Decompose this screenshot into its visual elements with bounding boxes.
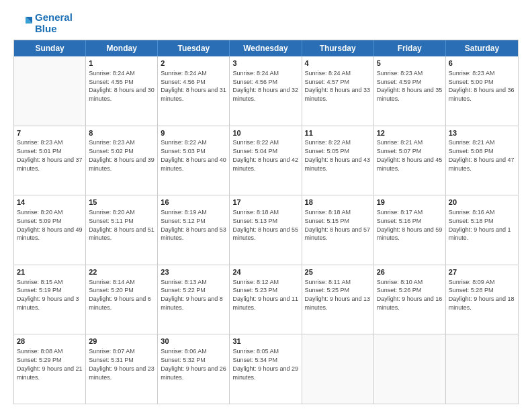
day-number: 22 <box>89 267 154 277</box>
calendar-cell: 31Sunrise: 8:05 AMSunset: 5:34 PMDayligh… <box>230 334 302 404</box>
logo-icon <box>13 14 32 33</box>
header-day: Tuesday <box>158 40 230 56</box>
calendar-cell <box>14 56 86 126</box>
calendar: SundayMondayTuesdayWednesdayThursdayFrid… <box>13 40 519 404</box>
calendar-cell: 2Sunrise: 8:24 AMSunset: 4:56 PMDaylight… <box>158 56 230 126</box>
cell-info: Sunrise: 8:23 AMSunset: 5:01 PMDaylight:… <box>17 139 83 171</box>
day-number: 10 <box>232 128 298 138</box>
header-day: Sunday <box>14 40 86 56</box>
calendar-cell: 21Sunrise: 8:15 AMSunset: 5:19 PMDayligh… <box>14 265 86 334</box>
calendar-cell: 7Sunrise: 8:23 AMSunset: 5:01 PMDaylight… <box>14 126 86 195</box>
day-number: 3 <box>232 58 298 68</box>
cell-info: Sunrise: 8:20 AMSunset: 5:09 PMDaylight:… <box>17 209 83 241</box>
calendar-cell: 16Sunrise: 8:19 AMSunset: 5:12 PMDayligh… <box>158 195 230 265</box>
day-number: 31 <box>232 336 298 347</box>
day-number: 24 <box>232 267 298 277</box>
day-number: 25 <box>305 267 371 277</box>
cell-info: Sunrise: 8:23 AMSunset: 5:00 PMDaylight:… <box>449 70 515 102</box>
calendar-cell <box>446 334 518 404</box>
day-number: 13 <box>449 128 515 138</box>
cell-info: Sunrise: 8:09 AMSunset: 5:28 PMDaylight:… <box>449 279 515 311</box>
day-number: 26 <box>377 267 443 277</box>
cell-info: Sunrise: 8:08 AMSunset: 5:29 PMDaylight:… <box>17 348 83 380</box>
calendar-cell: 1Sunrise: 8:24 AMSunset: 4:55 PMDaylight… <box>86 56 158 126</box>
calendar-cell: 27Sunrise: 8:09 AMSunset: 5:28 PMDayligh… <box>446 265 518 334</box>
header: General Blue <box>13 12 519 34</box>
day-number: 5 <box>377 58 443 68</box>
cell-info: Sunrise: 8:22 AMSunset: 5:05 PMDaylight:… <box>305 139 371 171</box>
day-number: 17 <box>232 197 298 208</box>
calendar-cell: 23Sunrise: 8:13 AMSunset: 5:22 PMDayligh… <box>158 265 230 334</box>
day-number: 20 <box>449 197 515 208</box>
day-number: 21 <box>17 267 83 277</box>
calendar-cell: 30Sunrise: 8:06 AMSunset: 5:32 PMDayligh… <box>158 334 230 404</box>
calendar-cell: 11Sunrise: 8:22 AMSunset: 5:05 PMDayligh… <box>302 126 374 195</box>
day-number: 9 <box>161 128 226 138</box>
calendar-week: 21Sunrise: 8:15 AMSunset: 5:19 PMDayligh… <box>14 265 518 335</box>
cell-info: Sunrise: 8:24 AMSunset: 4:55 PMDaylight:… <box>89 70 154 102</box>
calendar-cell: 20Sunrise: 8:16 AMSunset: 5:18 PMDayligh… <box>446 195 518 265</box>
calendar-cell: 25Sunrise: 8:11 AMSunset: 5:25 PMDayligh… <box>302 265 374 334</box>
day-number: 1 <box>89 58 154 68</box>
calendar-cell: 4Sunrise: 8:24 AMSunset: 4:57 PMDaylight… <box>302 56 374 126</box>
cell-info: Sunrise: 8:22 AMSunset: 5:04 PMDaylight:… <box>232 139 298 171</box>
day-number: 23 <box>161 267 226 277</box>
calendar-cell: 24Sunrise: 8:12 AMSunset: 5:23 PMDayligh… <box>230 265 302 334</box>
cell-info: Sunrise: 8:06 AMSunset: 5:32 PMDaylight:… <box>161 348 226 380</box>
calendar-cell: 10Sunrise: 8:22 AMSunset: 5:04 PMDayligh… <box>230 126 302 195</box>
day-number: 27 <box>449 267 515 277</box>
calendar-week: 14Sunrise: 8:20 AMSunset: 5:09 PMDayligh… <box>14 195 518 265</box>
calendar-cell: 12Sunrise: 8:21 AMSunset: 5:07 PMDayligh… <box>374 126 446 195</box>
calendar-cell: 28Sunrise: 8:08 AMSunset: 5:29 PMDayligh… <box>14 334 86 404</box>
cell-info: Sunrise: 8:12 AMSunset: 5:23 PMDaylight:… <box>232 279 298 311</box>
calendar-week: 7Sunrise: 8:23 AMSunset: 5:01 PMDaylight… <box>14 126 518 196</box>
header-day: Wednesday <box>230 40 302 56</box>
day-number: 12 <box>377 128 443 138</box>
calendar-cell: 26Sunrise: 8:10 AMSunset: 5:26 PMDayligh… <box>374 265 446 334</box>
header-day: Friday <box>374 40 446 56</box>
calendar-cell: 6Sunrise: 8:23 AMSunset: 5:00 PMDaylight… <box>446 56 518 126</box>
day-number: 18 <box>305 197 371 208</box>
calendar-cell: 13Sunrise: 8:21 AMSunset: 5:08 PMDayligh… <box>446 126 518 195</box>
cell-info: Sunrise: 8:16 AMSunset: 5:18 PMDaylight:… <box>449 209 511 241</box>
calendar-cell: 8Sunrise: 8:23 AMSunset: 5:02 PMDaylight… <box>86 126 158 195</box>
header-day: Monday <box>86 40 158 56</box>
cell-info: Sunrise: 8:11 AMSunset: 5:25 PMDaylight:… <box>305 279 371 311</box>
calendar-cell: 29Sunrise: 8:07 AMSunset: 5:31 PMDayligh… <box>86 334 158 404</box>
day-number: 11 <box>305 128 371 138</box>
cell-info: Sunrise: 8:14 AMSunset: 5:20 PMDaylight:… <box>89 279 151 311</box>
cell-info: Sunrise: 8:21 AMSunset: 5:08 PMDaylight:… <box>449 139 515 171</box>
cell-info: Sunrise: 8:13 AMSunset: 5:22 PMDaylight:… <box>161 279 223 311</box>
cell-info: Sunrise: 8:24 AMSunset: 4:56 PMDaylight:… <box>232 70 298 102</box>
calendar-header: SundayMondayTuesdayWednesdayThursdayFrid… <box>14 40 518 56</box>
header-day: Saturday <box>446 40 518 56</box>
calendar-body: 1Sunrise: 8:24 AMSunset: 4:55 PMDaylight… <box>14 56 518 404</box>
calendar-cell: 5Sunrise: 8:23 AMSunset: 4:59 PMDaylight… <box>374 56 446 126</box>
calendar-cell: 15Sunrise: 8:20 AMSunset: 5:11 PMDayligh… <box>86 195 158 265</box>
cell-info: Sunrise: 8:07 AMSunset: 5:31 PMDaylight:… <box>89 348 154 380</box>
cell-info: Sunrise: 8:17 AMSunset: 5:16 PMDaylight:… <box>377 209 443 241</box>
calendar-cell: 9Sunrise: 8:22 AMSunset: 5:03 PMDaylight… <box>158 126 230 195</box>
day-number: 6 <box>449 58 515 68</box>
cell-info: Sunrise: 8:19 AMSunset: 5:12 PMDaylight:… <box>161 209 226 241</box>
cell-info: Sunrise: 8:24 AMSunset: 4:57 PMDaylight:… <box>305 70 371 102</box>
calendar-cell: 18Sunrise: 8:18 AMSunset: 5:15 PMDayligh… <box>302 195 374 265</box>
cell-info: Sunrise: 8:21 AMSunset: 5:07 PMDaylight:… <box>377 139 443 171</box>
calendar-week: 1Sunrise: 8:24 AMSunset: 4:55 PMDaylight… <box>14 56 518 126</box>
day-number: 14 <box>17 197 83 208</box>
calendar-cell <box>302 334 374 404</box>
calendar-cell: 17Sunrise: 8:18 AMSunset: 5:13 PMDayligh… <box>230 195 302 265</box>
day-number: 7 <box>17 128 83 138</box>
calendar-week: 28Sunrise: 8:08 AMSunset: 5:29 PMDayligh… <box>14 334 518 404</box>
cell-info: Sunrise: 8:24 AMSunset: 4:56 PMDaylight:… <box>161 70 226 102</box>
calendar-cell: 3Sunrise: 8:24 AMSunset: 4:56 PMDaylight… <box>230 56 302 126</box>
calendar-cell <box>374 334 446 404</box>
logo-text: General Blue <box>35 12 73 34</box>
day-number: 4 <box>305 58 371 68</box>
day-number: 8 <box>89 128 154 138</box>
calendar-cell: 22Sunrise: 8:14 AMSunset: 5:20 PMDayligh… <box>86 265 158 334</box>
cell-info: Sunrise: 8:23 AMSunset: 5:02 PMDaylight:… <box>89 139 154 171</box>
logo: General Blue <box>13 12 73 34</box>
cell-info: Sunrise: 8:18 AMSunset: 5:13 PMDaylight:… <box>232 209 298 241</box>
day-number: 29 <box>89 336 154 347</box>
